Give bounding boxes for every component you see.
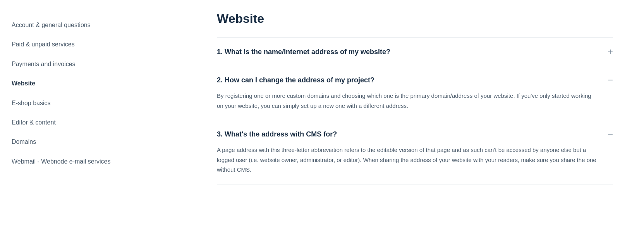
sidebar-item-label-eshop: E-shop basics xyxy=(12,100,51,106)
sidebar-item-label-domains: Domains xyxy=(12,138,36,145)
sidebar-item-label-payments: Payments and invoices xyxy=(12,61,76,67)
page-title: Website xyxy=(217,12,613,26)
sidebar-item-account[interactable]: Account & general questions xyxy=(8,15,166,35)
faq-question-faq-1: 1. What is the name/internet address of … xyxy=(217,48,604,56)
sidebar-item-eshop[interactable]: E-shop basics xyxy=(8,94,166,113)
faq-answer-faq-3: A page address with this three-letter ab… xyxy=(217,145,613,175)
faq-item-faq-2: 2. How can I change the address of my pr… xyxy=(217,66,613,120)
sidebar-item-label-account: Account & general questions xyxy=(12,22,91,28)
sidebar-item-label-editor: Editor & content xyxy=(12,119,56,126)
faq-question-row-faq-3[interactable]: 3. What's the address with CMS for?− xyxy=(217,130,613,139)
faq-item-faq-1: 1. What is the name/internet address of … xyxy=(217,38,613,66)
sidebar-item-paid-unpaid[interactable]: Paid & unpaid services xyxy=(8,35,166,54)
faq-list: 1. What is the name/internet address of … xyxy=(217,38,613,184)
faq-toggle-faq-3[interactable]: − xyxy=(604,130,613,139)
faq-question-faq-2: 2. How can I change the address of my pr… xyxy=(217,76,604,84)
faq-question-faq-3: 3. What's the address with CMS for? xyxy=(217,130,604,138)
sidebar-item-label-website: Website xyxy=(12,80,35,87)
sidebar-nav: Account & general questionsPaid & unpaid… xyxy=(8,15,166,171)
sidebar-item-webmail[interactable]: Webmail - Webnode e-mail services xyxy=(8,152,166,171)
faq-question-row-faq-1[interactable]: 1. What is the name/internet address of … xyxy=(217,47,613,56)
faq-answer-faq-2: By registering one or more custom domain… xyxy=(217,91,613,111)
sidebar-item-label-webmail: Webmail - Webnode e-mail services xyxy=(12,158,111,165)
sidebar: Account & general questionsPaid & unpaid… xyxy=(0,0,178,249)
sidebar-item-website[interactable]: Website xyxy=(8,74,166,93)
faq-question-row-faq-2[interactable]: 2. How can I change the address of my pr… xyxy=(217,75,613,85)
sidebar-item-label-paid-unpaid: Paid & unpaid services xyxy=(12,41,75,48)
main-content: Website 1. What is the name/internet add… xyxy=(178,0,644,249)
faq-toggle-faq-2[interactable]: − xyxy=(604,75,613,85)
faq-item-faq-3: 3. What's the address with CMS for?−A pa… xyxy=(217,120,613,184)
faq-toggle-faq-1[interactable]: + xyxy=(604,47,613,56)
sidebar-item-editor[interactable]: Editor & content xyxy=(8,113,166,132)
sidebar-item-domains[interactable]: Domains xyxy=(8,132,166,152)
sidebar-item-payments[interactable]: Payments and invoices xyxy=(8,55,166,74)
